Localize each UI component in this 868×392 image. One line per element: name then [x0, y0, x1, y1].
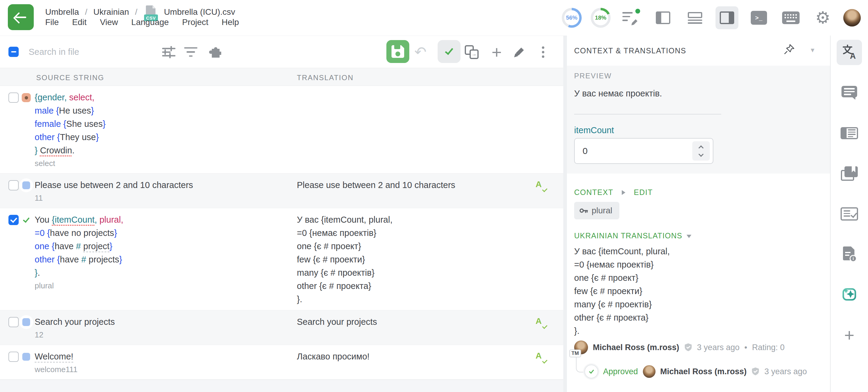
- variable-value-field: [574, 138, 713, 164]
- add-panel-icon[interactable]: +: [837, 322, 862, 348]
- variable-value-input[interactable]: [583, 139, 673, 163]
- ai-assistant-icon[interactable]: [837, 282, 862, 307]
- approve-button[interactable]: [438, 40, 461, 63]
- breadcrumb-file[interactable]: Umbrella (ICU).csv: [164, 7, 235, 17]
- number-stepper[interactable]: [692, 141, 710, 161]
- string-row[interactable]: You {itemCount, plural,=0 {have no proje…: [0, 208, 563, 311]
- panel-title: CONTEXT & TRANSLATIONS: [574, 46, 686, 55]
- autosave-draft-icon[interactable]: [620, 6, 643, 29]
- column-translation: TRANSLATION: [297, 73, 353, 82]
- translations-heading[interactable]: UKRAINIAN TRANSLATIONS: [574, 231, 691, 240]
- file-context-icon: i: [842, 247, 857, 262]
- translate-icon[interactable]: A: [837, 40, 862, 65]
- back-button[interactable]: [8, 4, 34, 30]
- source-string: Please use between 2 and 10 characters11: [35, 173, 297, 208]
- filter-icon[interactable]: [182, 36, 200, 68]
- status-comment-icon: [19, 91, 33, 104]
- plugins-puzzle-icon[interactable]: [206, 36, 224, 68]
- menu-item-project[interactable]: Project: [182, 18, 208, 27]
- layout-left-icon[interactable]: [652, 6, 675, 29]
- translation-text: [297, 86, 535, 173]
- menu-item-help[interactable]: Help: [221, 18, 239, 27]
- file-context-icon[interactable]: i: [837, 242, 862, 267]
- approver-name: Michael Ross (m.ross): [660, 367, 747, 376]
- qa-passed-icon[interactable]: A: [535, 316, 547, 328]
- layout-right-icon[interactable]: [715, 6, 738, 29]
- string-key: 11: [35, 192, 291, 204]
- breadcrumb-project[interactable]: Umbrella: [45, 7, 79, 17]
- progress-ring[interactable]: 18%: [591, 8, 611, 28]
- keyboard-shortcuts-icon: [782, 11, 800, 24]
- panel-divider: [563, 36, 567, 392]
- row-checkbox[interactable]: [8, 215, 19, 225]
- comments-icon[interactable]: [837, 80, 862, 105]
- text-line: =0 {немає проектів}: [297, 226, 530, 239]
- preview-variable-name: itemCount: [574, 125, 614, 135]
- menu-item-language[interactable]: Language: [131, 18, 169, 27]
- breadcrumb-separator: /: [85, 7, 87, 17]
- row-checkbox[interactable]: [8, 93, 19, 103]
- breadcrumb-separator: /: [135, 7, 137, 17]
- layout-right-icon: [720, 11, 734, 24]
- progress-ring[interactable]: 56%: [562, 8, 582, 28]
- panel-collapse-chevron-icon[interactable]: ▾: [811, 46, 814, 54]
- status-approved-icon: [19, 213, 33, 227]
- copy-source-icon[interactable]: →: [463, 36, 481, 68]
- undo-icon[interactable]: ↶: [411, 36, 430, 68]
- string-list: SOURCE STRING TRANSLATION {gender, selec…: [0, 68, 563, 392]
- pin-icon[interactable]: [784, 43, 795, 56]
- menu-item-file[interactable]: File: [45, 18, 59, 27]
- verified-shield-icon: [684, 343, 692, 352]
- string-row[interactable]: {gender, select,male {He uses}female {Sh…: [0, 86, 563, 173]
- save-button[interactable]: [386, 40, 409, 63]
- breadcrumb-language[interactable]: Ukrainian: [93, 7, 129, 17]
- text-line: other {They use}: [35, 130, 291, 144]
- stepper-up-icon[interactable]: [699, 145, 704, 150]
- translation-line: few {є # проекти}: [574, 285, 670, 298]
- row-checkbox[interactable]: [8, 317, 19, 327]
- text-line: male {He uses}: [35, 104, 291, 117]
- row-checkbox[interactable]: [8, 352, 19, 362]
- context-link[interactable]: CONTEXT: [574, 188, 613, 197]
- string-label-tag[interactable]: plural: [574, 202, 619, 219]
- suggestion-row[interactable]: Michael Ross (m.ross) 3 years ago • Rati…: [574, 340, 784, 354]
- stepper-down-icon[interactable]: [699, 152, 704, 157]
- context-links: CONTEXT EDIT: [574, 188, 653, 197]
- translation-line: many {є # проектів}: [574, 298, 670, 311]
- layout-bottom-icon[interactable]: [684, 6, 707, 29]
- translation-line: other {є # проекта}: [574, 311, 670, 324]
- settings-gear-icon[interactable]: ⚙: [811, 6, 834, 29]
- string-row[interactable]: Search your projects12Search your projec…: [0, 311, 563, 345]
- text-line: one {have # project}: [35, 239, 291, 253]
- menu-item-edit[interactable]: Edit: [72, 18, 87, 27]
- translation-line: У вас {itemCount, plural,: [574, 244, 670, 258]
- string-row[interactable]: Welcome!welcome111Ласкаво просимо!A: [0, 345, 563, 380]
- keyboard-shortcuts-icon[interactable]: [779, 6, 802, 29]
- advanced-filters-icon[interactable]: [160, 36, 178, 68]
- translation-line: }.: [574, 324, 670, 337]
- svg-text:A: A: [850, 52, 856, 59]
- suggestion-author-name: Michael Ross (m.ross): [593, 343, 679, 352]
- edit-context-link[interactable]: EDIT: [634, 188, 653, 197]
- more-menu-icon[interactable]: [534, 36, 552, 68]
- add-string-icon[interactable]: +: [488, 36, 506, 68]
- context-panel: CONTEXT & TRANSLATIONS ▾ PREVIEW У вас н…: [567, 36, 830, 392]
- user-avatar[interactable]: [843, 9, 861, 27]
- menu-item-view[interactable]: View: [100, 18, 118, 27]
- string-row[interactable]: Please use between 2 and 10 characters11…: [0, 173, 563, 208]
- translations-collapse-icon: [687, 235, 691, 238]
- translation-memory-icon[interactable]: [837, 121, 862, 146]
- source-string: Search your projects12: [35, 311, 297, 345]
- search-input[interactable]: [29, 44, 149, 59]
- edit-string-icon[interactable]: [510, 36, 528, 68]
- glossary-icon[interactable]: [837, 161, 862, 186]
- row-checkbox[interactable]: [8, 180, 19, 190]
- console-icon[interactable]: >_: [747, 6, 770, 29]
- context-expand-icon[interactable]: [622, 190, 625, 195]
- select-all-checkbox[interactable]: [8, 47, 19, 57]
- preview-text: У вас немає проектів.: [574, 89, 662, 99]
- text-line: Search your projects: [297, 315, 530, 328]
- qa-passed-icon[interactable]: A: [535, 351, 547, 363]
- qa-passed-icon[interactable]: A: [535, 179, 547, 192]
- qa-checks-icon[interactable]: [837, 201, 862, 227]
